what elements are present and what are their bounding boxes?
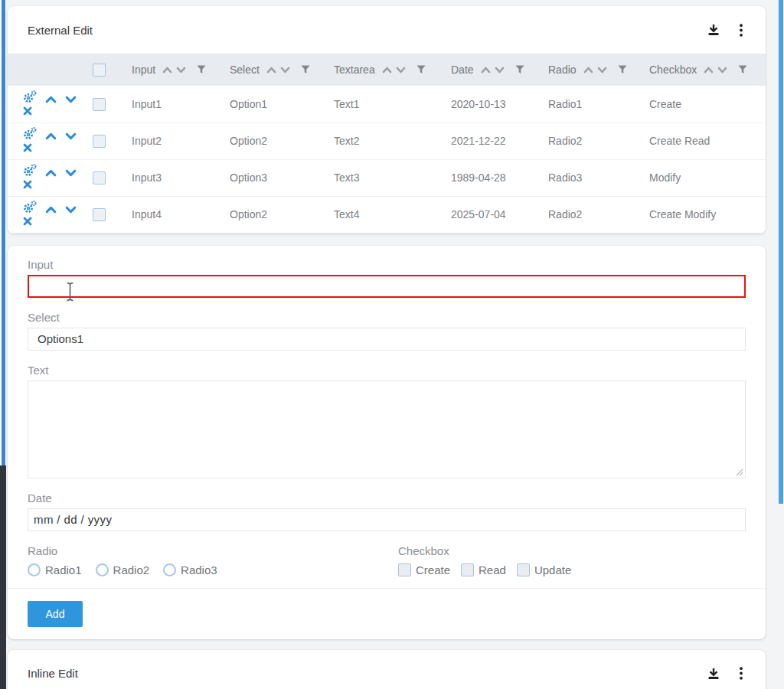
sort-asc-button[interactable]: [382, 67, 392, 73]
x-icon: [23, 106, 32, 116]
left-scrollbar-thumb[interactable]: [2, 0, 5, 465]
chevron-down-icon: [65, 96, 77, 103]
select-all-checkbox[interactable]: [93, 64, 106, 77]
filter-button[interactable]: [738, 65, 747, 74]
column-label: Select: [230, 64, 260, 76]
checkbox-option-create[interactable]: [398, 563, 411, 576]
chevron-up-icon: [45, 132, 57, 140]
card-title: External Edit: [28, 24, 93, 37]
download-button[interactable]: [707, 668, 720, 680]
table-row: Input1 Option1 Text1 2020-10-13 Radio1 C…: [8, 86, 766, 122]
add-form-card: Input Select Options1 Text: [8, 246, 766, 639]
left-scrollbar-dark-track[interactable]: [0, 465, 6, 689]
row-move-up-button[interactable]: [45, 96, 57, 103]
chevron-down-icon: [65, 169, 77, 177]
radio-checkbox-row: Radio Radio1 Radio2 Radio3 Checkbox Crea…: [28, 544, 746, 577]
row-checkbox[interactable]: [93, 171, 106, 184]
chevron-down-icon: [65, 206, 77, 214]
cell-checkbox: Create: [642, 86, 766, 122]
cell-checkbox: Create Read: [642, 122, 766, 159]
left-scrollbar-track[interactable]: [0, 0, 6, 689]
radio-group: Radio Radio1 Radio2 Radio3: [28, 544, 398, 577]
x-icon: [23, 217, 32, 226]
sort-asc-button[interactable]: [481, 67, 491, 73]
sort-desc-button[interactable]: [280, 67, 290, 73]
add-button[interactable]: Add: [28, 601, 83, 627]
row-settings-button[interactable]: [23, 201, 37, 214]
select-field[interactable]: Options1: [28, 328, 746, 351]
page-content: External Edit: [8, 6, 766, 689]
checkbox-option-label: Create: [416, 563, 450, 576]
cell-date: 2021-12-22: [443, 122, 541, 159]
sort-asc-button[interactable]: [583, 67, 593, 73]
sort-desc-button[interactable]: [717, 67, 727, 73]
filter-icon: [197, 65, 206, 74]
row-settings-button[interactable]: [23, 164, 37, 177]
filter-button[interactable]: [197, 65, 206, 74]
card-menu-button[interactable]: [740, 667, 743, 680]
filter-button[interactable]: [416, 65, 426, 74]
download-button[interactable]: [707, 24, 720, 36]
sort-asc-button[interactable]: [162, 67, 172, 73]
cell-radio: Radio2: [541, 196, 642, 233]
text-field[interactable]: [28, 380, 746, 478]
select-field-value: Options1: [38, 332, 83, 345]
row-move-down-button[interactable]: [65, 132, 77, 140]
filter-icon: [301, 65, 310, 74]
radio-option-radio1[interactable]: [28, 563, 41, 576]
row-move-up-button[interactable]: [45, 206, 57, 214]
input-field[interactable]: [28, 275, 746, 298]
chevron-down-icon: [280, 67, 290, 73]
row-delete-button[interactable]: [23, 180, 32, 189]
row-checkbox[interactable]: [93, 208, 106, 221]
radio-option-radio3[interactable]: [163, 563, 176, 576]
column-label: Textarea: [334, 64, 375, 76]
row-move-up-button[interactable]: [45, 132, 57, 140]
row-move-down-button[interactable]: [65, 169, 77, 177]
sort-desc-button[interactable]: [597, 67, 607, 73]
row-settings-button[interactable]: [23, 127, 37, 140]
row-delete-button[interactable]: [23, 106, 32, 116]
filter-button[interactable]: [618, 65, 627, 74]
row-checkbox[interactable]: [93, 98, 106, 111]
cell-date: 2025-07-04: [443, 196, 541, 233]
cogs-icon: [23, 127, 37, 140]
x-icon: [23, 180, 32, 189]
sort-desc-button[interactable]: [495, 67, 505, 73]
row-delete-button[interactable]: [23, 217, 32, 226]
filter-button[interactable]: [515, 65, 524, 74]
filter-icon: [515, 65, 524, 74]
cell-textarea: Text3: [326, 159, 443, 196]
column-label: Checkbox: [649, 64, 697, 76]
radio-option-radio2[interactable]: [96, 563, 109, 576]
column-header-select: Select: [222, 54, 326, 86]
right-scrollbar-thumb[interactable]: [779, 0, 783, 504]
chevron-up-icon: [266, 67, 276, 73]
row-settings-button[interactable]: [23, 90, 37, 103]
row-move-down-button[interactable]: [65, 96, 77, 103]
cogs-icon: [23, 90, 37, 103]
sort-desc-button[interactable]: [396, 67, 406, 73]
checkbox-option-update[interactable]: [517, 563, 530, 576]
card-header-actions: [707, 24, 743, 37]
actions-column-header: [8, 54, 84, 86]
sort-desc-button[interactable]: [176, 67, 186, 73]
column-header-date: Date: [443, 54, 541, 86]
radio-group-label: Radio: [28, 544, 398, 557]
date-field[interactable]: mm / dd / yyyy: [28, 508, 746, 531]
cell-radio: Radio2: [541, 122, 642, 159]
card-menu-button[interactable]: [740, 24, 743, 37]
kebab-menu-icon: [740, 24, 743, 37]
checkbox-option-read[interactable]: [461, 563, 474, 576]
inline-edit-card-header: Inline Edit: [8, 650, 766, 689]
table-row: Input4 Option2 Text4 2025-07-04 Radio2 C…: [8, 196, 766, 233]
row-delete-button[interactable]: [23, 143, 32, 152]
filter-button[interactable]: [301, 65, 310, 74]
sort-asc-button[interactable]: [704, 67, 714, 73]
row-checkbox[interactable]: [93, 135, 106, 148]
row-move-down-button[interactable]: [65, 206, 77, 214]
row-move-up-button[interactable]: [45, 169, 57, 177]
sort-asc-button[interactable]: [266, 67, 276, 73]
right-scrollbar-track[interactable]: [778, 0, 784, 689]
resize-grip-icon[interactable]: [735, 468, 743, 476]
